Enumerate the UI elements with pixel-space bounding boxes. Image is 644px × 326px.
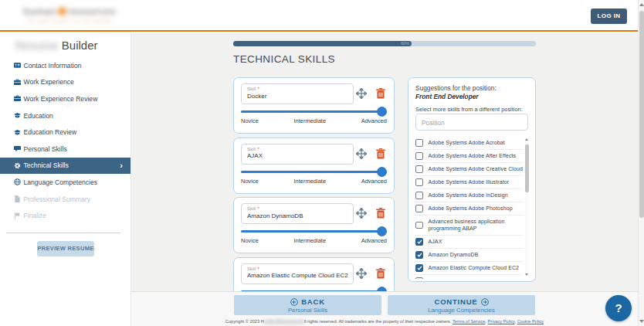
suggestion-option[interactable]: Adobe Systems Adobe After Effects xyxy=(415,150,523,163)
sidebar-item[interactable]: Language Competencies › xyxy=(0,174,130,191)
checkbox[interactable] xyxy=(415,264,423,272)
suggestion-option[interactable]: Advanced business application programmin… xyxy=(415,216,523,236)
move-icon[interactable] xyxy=(356,88,367,99)
skill-card: Skill* AJAX Novice Intermediate Advanced xyxy=(233,138,395,194)
page-scrollbar-thumb[interactable] xyxy=(639,11,644,218)
gear-icon xyxy=(14,162,21,169)
slider-track xyxy=(241,171,387,173)
skill-input[interactable]: Skill* Amazon DynamoDB xyxy=(241,203,354,224)
sidebar-item[interactable]: Professional Summary › xyxy=(0,191,130,208)
progress-bar-fill: 60% xyxy=(233,41,412,46)
back-button[interactable]: BACK Personal Skills xyxy=(234,295,381,315)
suggestion-option[interactable]: Amazon DynamoDB xyxy=(415,249,523,262)
checkbox[interactable] xyxy=(415,222,423,229)
skill-input[interactable]: Skill* Amazon Elastic Compute Cloud EC2 xyxy=(241,263,354,284)
sidebar-item[interactable]: Work Experience › xyxy=(0,74,130,91)
level-novice: Novice xyxy=(241,237,259,244)
sidebar-item[interactable]: Education › xyxy=(0,107,130,124)
sidebar-item[interactable]: Personal Skills › xyxy=(0,141,130,158)
briefcase-icon xyxy=(14,79,21,86)
chevron-right-icon: › xyxy=(120,161,123,170)
login-button[interactable]: LOG IN xyxy=(591,8,627,24)
slider-handle[interactable] xyxy=(377,226,387,236)
progress-percent: 60% xyxy=(401,41,409,46)
scroll-up-icon[interactable] xyxy=(525,138,528,141)
sidebar-item[interactable]: Technical Skills › xyxy=(0,158,130,175)
checkbox[interactable] xyxy=(415,251,423,259)
checkbox[interactable] xyxy=(415,238,423,246)
position-input[interactable]: Position xyxy=(415,114,528,131)
skill-card: Skill* Amazon DynamoDB Novice Intermedia… xyxy=(233,197,395,253)
move-icon[interactable] xyxy=(356,268,367,279)
skill-level-slider[interactable] xyxy=(241,226,387,236)
suggestion-option[interactable]: Adobe Systems Adobe Illustrator xyxy=(415,176,523,189)
skill-input[interactable]: Skill* Docker xyxy=(241,83,354,104)
sidebar: Resume Builder Contact Information › Wor… xyxy=(0,33,131,326)
sidebar-item[interactable]: Finalize › xyxy=(0,207,130,224)
delete-skill-icon[interactable] xyxy=(376,268,385,279)
document-icon xyxy=(14,195,21,202)
progress-bar: 60% xyxy=(233,41,536,46)
slider-handle[interactable] xyxy=(377,167,387,177)
checkbox[interactable] xyxy=(415,192,423,199)
checkbox[interactable] xyxy=(415,165,423,173)
graduation-cap-icon xyxy=(14,129,21,136)
suggestion-option[interactable]: Adobe Systems Adobe Acrobat xyxy=(415,137,523,150)
checkbox[interactable] xyxy=(415,139,423,147)
sidebar-item[interactable]: Contact Information › xyxy=(0,57,130,74)
move-icon[interactable] xyxy=(356,208,367,219)
slider-track xyxy=(241,230,387,233)
level-novice: Novice xyxy=(241,178,259,185)
page-title: TECHNICAL SKILLS xyxy=(233,53,335,65)
suggestion-list: Adobe Systems Adobe Acrobat Adobe System… xyxy=(415,137,529,279)
skill-input[interactable]: Skill* AJAX xyxy=(241,144,354,165)
continue-button[interactable]: CONTINUE Language Competencies xyxy=(388,295,535,315)
sidebar-item[interactable]: Education Review › xyxy=(0,124,130,141)
logo-dot-icon xyxy=(58,7,66,15)
checkbox[interactable] xyxy=(415,205,423,212)
flag-icon xyxy=(14,212,21,219)
preview-resume-button[interactable]: PREVIEW RESUME xyxy=(37,241,94,256)
chat-bubble-icon xyxy=(14,145,21,152)
globe-icon xyxy=(14,178,21,185)
skill-card: Skill* Docker Novice Intermediate Advanc… xyxy=(233,77,395,134)
suggestion-option[interactable]: Adobe Systems Adobe InDesign xyxy=(415,189,523,202)
main-content: 60% TECHNICAL SKILLS Skill* Docker xyxy=(131,33,638,326)
company-logo[interactable]: human resources the right people for the… xyxy=(23,5,116,23)
delete-skill-icon[interactable] xyxy=(376,208,385,219)
slider-handle[interactable] xyxy=(377,107,387,117)
suggestion-option[interactable]: Adobe Systems Adobe Creative Cloud xyxy=(415,163,523,176)
suggestion-option[interactable]: Amazon Elastic Compute Cloud EC2 xyxy=(415,262,523,275)
skill-level-slider[interactable] xyxy=(241,167,387,177)
scrollbar-down-icon[interactable] xyxy=(639,320,644,323)
delete-skill-icon[interactable] xyxy=(376,88,385,99)
cookie-link[interactable]: Cookie Policy xyxy=(517,319,544,324)
suggestion-option[interactable]: AJAX xyxy=(415,236,523,249)
list-scrollbar-thumb[interactable] xyxy=(525,144,529,192)
checkbox[interactable] xyxy=(415,178,423,186)
arrow-left-circle-icon xyxy=(290,298,298,306)
sidebar-divider xyxy=(6,233,120,233)
sidebar-item[interactable]: Work Experience Review › xyxy=(0,90,130,107)
scroll-down-icon[interactable] xyxy=(525,273,528,276)
skill-level-slider[interactable] xyxy=(241,107,387,117)
scrollbar-up-icon[interactable] xyxy=(639,3,644,6)
checkbox[interactable] xyxy=(415,277,423,279)
sidebar-title: Resume Builder xyxy=(15,39,98,52)
sidebar-nav: Contact Information › Work Experience › … xyxy=(0,57,130,224)
suggestions-panel: Suggestions for the position: Front End … xyxy=(408,77,536,282)
delete-skill-icon[interactable] xyxy=(376,148,385,159)
graduation-cap-icon xyxy=(14,112,21,119)
help-button[interactable]: ? xyxy=(605,295,632,321)
privacy-link[interactable]: Privacy Policy xyxy=(488,319,515,324)
terms-link[interactable]: Terms of Service xyxy=(452,319,485,324)
suggestion-option[interactable]: Adobe Systems Adobe Photoshop xyxy=(415,202,523,216)
level-advanced: Advanced xyxy=(361,178,387,185)
move-icon[interactable] xyxy=(356,148,367,159)
level-intermediate: Intermediate xyxy=(293,117,326,124)
suggestion-option[interactable] xyxy=(415,275,523,279)
checkbox[interactable] xyxy=(415,152,423,160)
page-scrollbar[interactable] xyxy=(638,0,644,326)
list-scrollbar[interactable] xyxy=(525,138,529,276)
top-header: human resources the right people for the… xyxy=(0,0,644,32)
